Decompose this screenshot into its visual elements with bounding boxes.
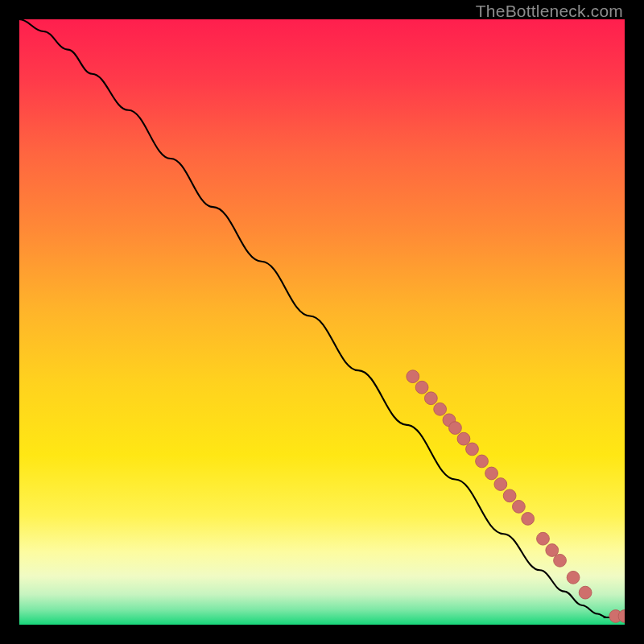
data-marker [522, 513, 535, 526]
data-marker [476, 455, 489, 468]
curve-layer [19, 19, 625, 625]
data-marker [415, 381, 428, 394]
data-marker [554, 554, 567, 567]
data-marker [449, 422, 462, 435]
plot-area [19, 19, 625, 625]
data-marker [537, 532, 550, 545]
data-marker [579, 586, 592, 599]
data-marker [503, 489, 516, 502]
data-marker [494, 478, 507, 491]
chart-root: TheBottleneck.com [0, 0, 644, 644]
data-marker [485, 467, 498, 480]
curve-path [19, 19, 625, 617]
data-marker [457, 432, 470, 445]
data-marker [466, 443, 479, 456]
watermark-text: TheBottleneck.com [476, 2, 623, 21]
data-marker [546, 544, 559, 557]
marker-group [407, 370, 625, 623]
data-marker [513, 500, 526, 513]
data-marker [424, 392, 437, 405]
data-marker [434, 402, 447, 415]
data-marker [567, 571, 580, 584]
data-marker [407, 370, 419, 383]
